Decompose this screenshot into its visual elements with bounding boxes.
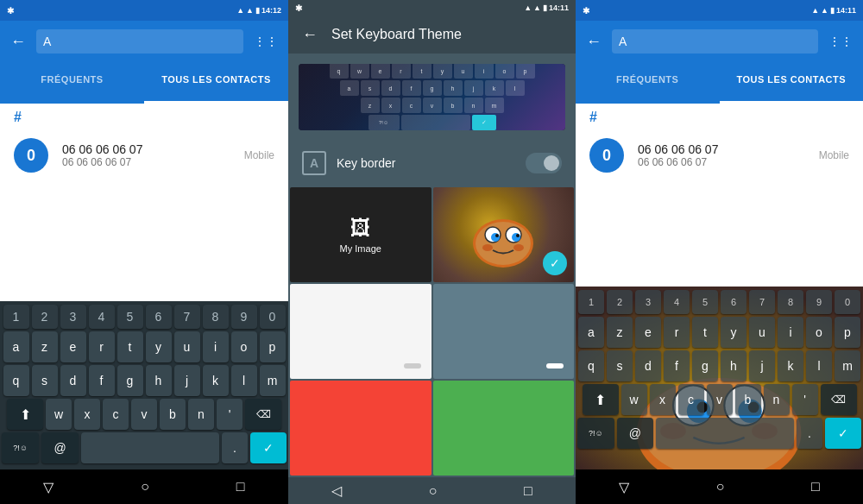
rkey-dot[interactable]: . (797, 418, 822, 449)
rkey-e[interactable]: e (635, 317, 661, 348)
nav-home-mid[interactable]: ○ (429, 483, 438, 499)
key-l[interactable]: l (231, 365, 257, 396)
rkey-u[interactable]: u (749, 317, 775, 348)
back-button[interactable]: ← (10, 33, 26, 51)
key-m[interactable]: m (260, 365, 286, 396)
rkey-q[interactable]: q (578, 350, 604, 381)
key-r[interactable]: r (89, 331, 115, 362)
rkey-g[interactable]: g (692, 350, 718, 381)
key-c[interactable]: c (103, 399, 129, 430)
rkey-z[interactable]: z (607, 317, 633, 348)
nav-back-right[interactable]: ▽ (619, 479, 629, 495)
theme-card-my-image[interactable]: 🖼 My Image (290, 187, 432, 282)
rkey-6[interactable]: 6 (721, 290, 746, 314)
nav-recent-right[interactable]: □ (811, 479, 820, 495)
rkey-8[interactable]: 8 (778, 290, 803, 314)
rkey-m[interactable]: m (835, 350, 860, 381)
rkey-0[interactable]: 0 (835, 290, 860, 314)
rkey-p[interactable]: p (835, 317, 860, 348)
rkey-n[interactable]: n (764, 384, 790, 415)
search-input-right[interactable] (612, 29, 818, 54)
key-a[interactable]: a (3, 331, 29, 362)
key-shift[interactable]: ⬆ (7, 399, 43, 430)
tab-all-contacts-left[interactable]: TOUS LES CONTACTS (144, 62, 288, 104)
key-n[interactable]: n (188, 399, 214, 430)
key-j[interactable]: j (174, 365, 200, 396)
rkey-9[interactable]: 9 (806, 290, 832, 314)
rkey-3[interactable]: 3 (635, 290, 661, 314)
theme-card-red[interactable] (290, 381, 432, 476)
key-6[interactable]: 6 (146, 305, 172, 329)
rkey-r[interactable]: r (664, 317, 690, 348)
key-dot[interactable]: . (222, 432, 248, 463)
key-g[interactable]: g (117, 365, 143, 396)
rkey-h[interactable]: h (721, 350, 746, 381)
key-7[interactable]: 7 (174, 305, 200, 329)
key-y[interactable]: y (146, 331, 172, 362)
key-d[interactable]: d (60, 365, 86, 396)
tab-frequents-left[interactable]: FRÉQUENTS (0, 62, 144, 104)
rkey-f[interactable]: f (664, 350, 690, 381)
key-i[interactable]: i (203, 331, 229, 362)
key-z[interactable]: z (32, 331, 58, 362)
nav-recent-left[interactable]: □ (236, 479, 245, 495)
nav-back-mid[interactable]: ◁ (331, 482, 342, 499)
rkey-5[interactable]: 5 (692, 290, 718, 314)
key-k[interactable]: k (203, 365, 229, 396)
rkey-w[interactable]: w (621, 384, 647, 415)
back-button-right[interactable]: ← (586, 33, 602, 51)
key-h[interactable]: h (146, 365, 172, 396)
key-enter[interactable]: ✓ (250, 432, 287, 463)
key-v[interactable]: v (131, 399, 157, 430)
theme-card-gray[interactable] (433, 284, 575, 379)
key-f[interactable]: f (89, 365, 115, 396)
rkey-t[interactable]: t (692, 317, 718, 348)
rkey-space[interactable] (656, 418, 794, 449)
tab-all-contacts-right[interactable]: TOUS LES CONTACTS (720, 62, 864, 104)
rkey-o[interactable]: o (806, 317, 832, 348)
key-x[interactable]: x (74, 399, 100, 430)
key-4[interactable]: 4 (89, 305, 115, 329)
key-t[interactable]: t (117, 331, 143, 362)
rkey-at[interactable]: @ (617, 418, 654, 449)
theme-card-green[interactable] (433, 381, 575, 476)
grid-icon-left[interactable]: ⋮⋮ (254, 35, 278, 48)
rkey-i[interactable]: i (778, 317, 803, 348)
key-0[interactable]: 0 (260, 305, 286, 329)
rkey-s[interactable]: s (607, 350, 633, 381)
rkey-c[interactable]: c (678, 384, 704, 415)
grid-icon-right[interactable]: ⋮⋮ (828, 35, 853, 48)
nav-home-right[interactable]: ○ (716, 479, 725, 495)
key-8[interactable]: 8 (203, 305, 229, 329)
contact-item-left[interactable]: 0 06 06 06 06 07 06 06 06 06 07 Mobile (0, 131, 288, 180)
rkey-k[interactable]: k (778, 350, 803, 381)
nav-back-left[interactable]: ▽ (43, 479, 54, 495)
key-special-left[interactable]: ?!☺ (2, 432, 39, 463)
rkey-apos[interactable]: ' (792, 384, 818, 415)
rkey-shift[interactable]: ⬆ (583, 384, 619, 415)
key-space[interactable] (81, 432, 219, 463)
theme-card-photo[interactable]: ✓ (433, 187, 575, 282)
key-2[interactable]: 2 (32, 305, 58, 329)
key-p[interactable]: p (260, 331, 286, 362)
key-b[interactable]: b (160, 399, 186, 430)
rkey-special[interactable]: ?!☺ (577, 418, 614, 449)
rkey-v[interactable]: v (707, 384, 733, 415)
key-border-toggle[interactable] (526, 153, 562, 173)
rkey-b[interactable]: b (735, 384, 761, 415)
key-9[interactable]: 9 (231, 305, 257, 329)
rkey-a[interactable]: a (578, 317, 604, 348)
theme-card-white[interactable] (290, 284, 432, 379)
back-button-mid[interactable]: ← (302, 26, 318, 44)
key-delete[interactable]: ⌫ (245, 399, 281, 430)
tab-frequents-right[interactable]: FRÉQUENTS (576, 62, 720, 104)
nav-home-left[interactable]: ○ (141, 479, 149, 495)
rkey-j[interactable]: j (749, 350, 775, 381)
key-at[interactable]: @ (41, 432, 79, 463)
key-5[interactable]: 5 (117, 305, 143, 329)
key-u[interactable]: u (174, 331, 200, 362)
rkey-delete[interactable]: ⌫ (821, 384, 857, 415)
key-w[interactable]: w (46, 399, 72, 430)
key-apostrophe[interactable]: ' (217, 399, 243, 430)
key-s[interactable]: s (32, 365, 58, 396)
